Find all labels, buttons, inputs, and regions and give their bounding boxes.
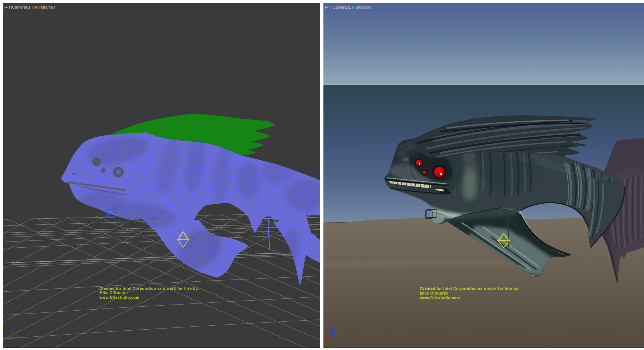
svg-text:www.fritzstudio.com: www.fritzstudio.com: [99, 296, 140, 300]
svg-text:Z: Z: [11, 326, 13, 329]
svg-text:Created for Intel Corporation: Created for Intel Corporation as a work …: [99, 287, 199, 291]
svg-text:Created for Intel Corporation: Created for Intel Corporation as a work …: [420, 287, 520, 291]
svg-text:Z: Z: [331, 326, 333, 329]
svg-text:y: y: [15, 334, 17, 337]
svg-text:Mike O'Rourke: Mike O'Rourke: [99, 291, 128, 295]
svg-text:x: x: [4, 334, 6, 337]
svg-text:y: y: [336, 334, 338, 337]
svg-text:Mike O'Rourke: Mike O'Rourke: [420, 291, 448, 295]
svg-text:x: x: [325, 334, 327, 337]
svg-text:www.fritzstudio.com: www.fritzstudio.com: [420, 296, 460, 300]
